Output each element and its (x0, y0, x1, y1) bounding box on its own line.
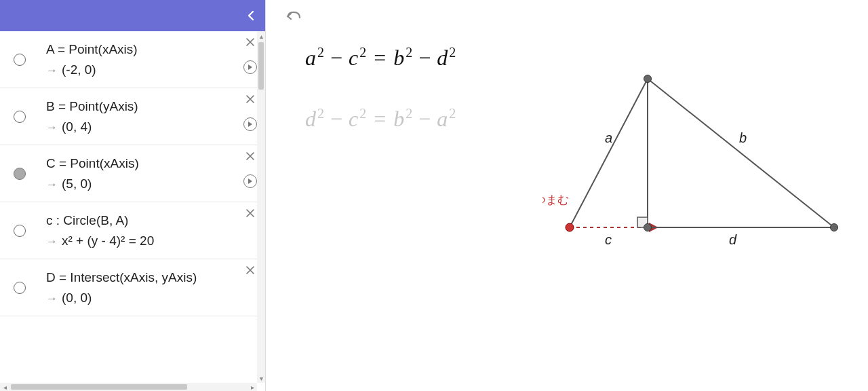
scroll-up-button[interactable]: ▴ (257, 31, 265, 41)
delete-item-button[interactable] (245, 208, 256, 222)
visibility-toggle[interactable] (14, 111, 26, 123)
item-definition: B = Point(yAxis) (46, 99, 233, 114)
algebra-item[interactable]: A = Point(xAxis) →(-2, 0) (0, 31, 265, 88)
scroll-right-button[interactable]: ▸ (248, 383, 257, 391)
scroll-thumb[interactable] (258, 42, 264, 90)
segment-b (648, 79, 834, 227)
item-definition: C = Point(xAxis) (46, 156, 233, 171)
visibility-toggle[interactable] (14, 225, 26, 237)
point-left-drag[interactable] (566, 223, 574, 231)
algebra-items: A = Point(xAxis) →(-2, 0) B = Point(yAxi… (0, 31, 265, 391)
horizontal-scrollbar[interactable]: ◂ ▸ (0, 383, 257, 391)
arrow-icon: → (46, 178, 58, 191)
item-result: x² + (y - 4)² = 20 (62, 234, 154, 248)
label-a: a (605, 130, 612, 145)
arrow-icon: → (46, 121, 58, 134)
label-b: b (739, 130, 747, 145)
algebra-panel: A = Point(xAxis) →(-2, 0) B = Point(yAxi… (0, 0, 266, 391)
item-result: (0, 0) (62, 291, 92, 305)
equation-secondary: d2−c2=b2−a2 (305, 106, 456, 132)
play-button[interactable] (243, 60, 257, 74)
point-foot[interactable] (644, 224, 652, 231)
scroll-down-button[interactable]: ▾ (257, 373, 265, 383)
label-drag: つまむ (542, 193, 569, 206)
scroll-left-button[interactable]: ◂ (0, 383, 9, 391)
label-d: d (729, 232, 737, 247)
delete-item-button[interactable] (245, 37, 256, 51)
play-button[interactable] (243, 174, 257, 188)
segment-a (570, 79, 648, 227)
algebra-item[interactable]: c : Circle(B, A) →x² + (y - 4)² = 20 (0, 202, 265, 259)
collapse-panel-button[interactable] (246, 10, 256, 21)
label-c: c (605, 232, 612, 247)
visibility-toggle[interactable] (14, 54, 26, 66)
visibility-toggle[interactable] (14, 168, 26, 180)
scroll-thumb[interactable] (11, 384, 187, 390)
item-definition: c : Circle(B, A) (46, 213, 233, 228)
algebra-item[interactable]: D = Intersect(xAxis, yAxis) →(0, 0) (0, 259, 265, 316)
equation-primary: a2−c2=b2−d2 (305, 45, 456, 71)
item-result: (5, 0) (62, 176, 92, 191)
item-result: (-2, 0) (62, 62, 96, 77)
algebra-item[interactable]: C = Point(xAxis) →(5, 0) (0, 145, 265, 202)
item-result: (0, 4) (62, 119, 92, 134)
vertical-scrollbar[interactable]: ▴ ▾ (257, 31, 265, 383)
item-definition: D = Intersect(xAxis, yAxis) (46, 270, 233, 285)
point-right[interactable] (831, 224, 838, 231)
arrow-icon: → (46, 64, 58, 77)
delete-item-button[interactable] (245, 151, 256, 165)
arrow-icon: → (46, 235, 58, 248)
triangle-diagram[interactable]: a b c d つまむ (542, 68, 848, 272)
delete-item-button[interactable] (245, 265, 256, 279)
delete-item-button[interactable] (245, 94, 256, 108)
visibility-toggle[interactable] (14, 282, 26, 294)
panel-header (0, 0, 265, 31)
play-button[interactable] (243, 117, 257, 131)
item-definition: A = Point(xAxis) (46, 42, 233, 57)
undo-button[interactable] (285, 10, 302, 28)
arrow-icon: → (46, 292, 58, 305)
graphics-view[interactable]: a2−c2=b2−d2 d2−c2=b2−a2 a b c d つまむ (266, 0, 868, 391)
algebra-item[interactable]: B = Point(yAxis) →(0, 4) (0, 88, 265, 145)
point-apex[interactable] (644, 75, 652, 83)
